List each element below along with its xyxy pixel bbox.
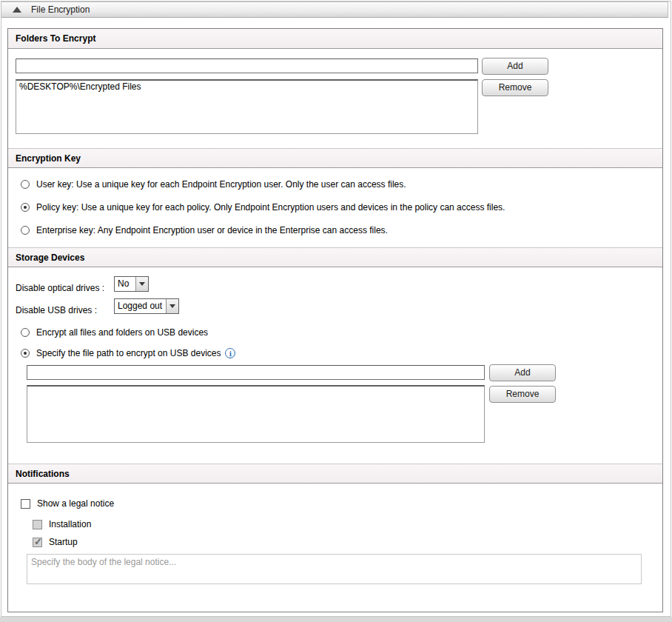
chevron-down-icon xyxy=(139,282,145,286)
user-key-radio[interactable] xyxy=(21,180,30,189)
startup-check-row: Startup xyxy=(33,537,78,547)
disable-optical-value: No xyxy=(115,277,135,291)
disable-usb-dropdown[interactable]: Logged out xyxy=(114,298,179,314)
folders-section-body: Add %DESKTOP%\Encrypted Files Remove xyxy=(8,49,662,148)
specify-usb-path-radio-row[interactable]: Specify the file path to encrypt on USB … xyxy=(21,348,235,358)
folders-add-button[interactable]: Add xyxy=(482,58,548,75)
enterprise-key-radio[interactable] xyxy=(21,226,30,235)
user-key-label: User key: Use a unique key for each Endp… xyxy=(36,179,406,190)
policy-key-label: Policy key: Use a unique key for each po… xyxy=(36,202,505,213)
notifications-section-body: Show a legal notice Installation Startup xyxy=(8,484,662,609)
installation-checkbox xyxy=(33,520,42,529)
policy-key-radio-row[interactable]: Policy key: Use a unique key for each po… xyxy=(21,202,505,213)
chevron-down-icon xyxy=(169,304,175,308)
page-title: File Encryption xyxy=(31,4,90,15)
storage-remove-button[interactable]: Remove xyxy=(489,386,556,403)
legal-notice-check-row[interactable]: Show a legal notice xyxy=(21,498,114,509)
collapse-triangle-icon[interactable] xyxy=(13,7,21,13)
storage-section-body: Disable optical drives : No Disable USB … xyxy=(8,267,662,464)
folder-path-input[interactable] xyxy=(16,58,478,73)
enterprise-key-radio-row[interactable]: Enterprise key: Any Endpoint Encryption … xyxy=(21,225,388,235)
encryption-key-section-body: User key: Use a unique key for each Endp… xyxy=(8,168,662,247)
section-collapse-header[interactable]: File Encryption xyxy=(1,1,668,18)
encrypt-all-usb-radio[interactable] xyxy=(21,328,30,337)
startup-checkbox xyxy=(33,538,42,547)
folders-list-item[interactable]: %DESKTOP%\Encrypted Files xyxy=(16,81,477,93)
folders-listbox[interactable]: %DESKTOP%\Encrypted Files xyxy=(16,79,478,134)
folders-remove-button[interactable]: Remove xyxy=(482,79,548,96)
specify-usb-path-label: Specify the file path to encrypt on USB … xyxy=(36,348,221,358)
info-icon[interactable]: i xyxy=(225,348,235,358)
disable-optical-label: Disable optical drives : xyxy=(16,283,104,293)
folders-section-header: Folders To Encrypt xyxy=(8,29,662,49)
legal-notice-label: Show a legal notice xyxy=(37,498,114,509)
page-bottom-strip xyxy=(0,617,672,622)
startup-label: Startup xyxy=(49,537,78,547)
encryption-key-section-header: Encryption Key xyxy=(8,148,662,168)
legal-notice-body-textarea[interactable] xyxy=(27,554,642,584)
installation-label: Installation xyxy=(49,519,91,529)
storage-section-header: Storage Devices xyxy=(8,247,662,267)
legal-notice-checkbox[interactable] xyxy=(21,499,30,509)
disable-optical-dropdown[interactable]: No xyxy=(114,276,149,292)
disable-usb-value: Logged out xyxy=(115,299,166,313)
encrypt-all-usb-label: Encrypt all files and folders on USB dev… xyxy=(36,327,208,338)
policy-key-radio[interactable] xyxy=(21,203,30,212)
user-key-radio-row[interactable]: User key: Use a unique key for each Endp… xyxy=(21,179,406,190)
enterprise-key-label: Enterprise key: Any Endpoint Encryption … xyxy=(36,225,388,235)
encrypt-all-usb-radio-row[interactable]: Encrypt all files and folders on USB dev… xyxy=(21,327,208,338)
dropdown-button[interactable] xyxy=(135,277,148,291)
notifications-section-header: Notifications xyxy=(8,464,662,484)
specify-usb-path-radio[interactable] xyxy=(21,349,30,358)
installation-check-row: Installation xyxy=(33,519,91,529)
storage-add-button[interactable]: Add xyxy=(489,364,556,381)
file-encryption-settings-panel: Folders To Encrypt Add %DESKTOP%\Encrypt… xyxy=(7,28,663,612)
dropdown-button[interactable] xyxy=(166,299,178,313)
usb-path-input[interactable] xyxy=(27,365,485,380)
disable-usb-label: Disable USB drives : xyxy=(16,305,97,315)
usb-path-listbox[interactable] xyxy=(27,385,485,443)
